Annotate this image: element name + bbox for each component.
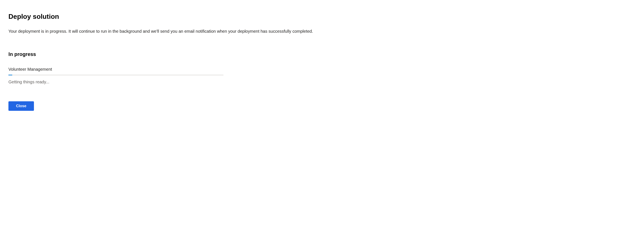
progress-status-text: Getting things ready... (8, 80, 636, 84)
progress-bar (8, 75, 224, 75)
close-button[interactable]: Close (8, 101, 34, 111)
page-title: Deploy solution (8, 13, 636, 21)
progress-item-name: Volunteer Management (8, 67, 636, 72)
progress-bar-fill (8, 75, 12, 75)
progress-section-heading: In progress (8, 51, 636, 57)
deploy-dialog: Deploy solution Your deployment is in pr… (8, 13, 636, 111)
deployment-description: Your deployment is in progress. It will … (8, 28, 329, 34)
